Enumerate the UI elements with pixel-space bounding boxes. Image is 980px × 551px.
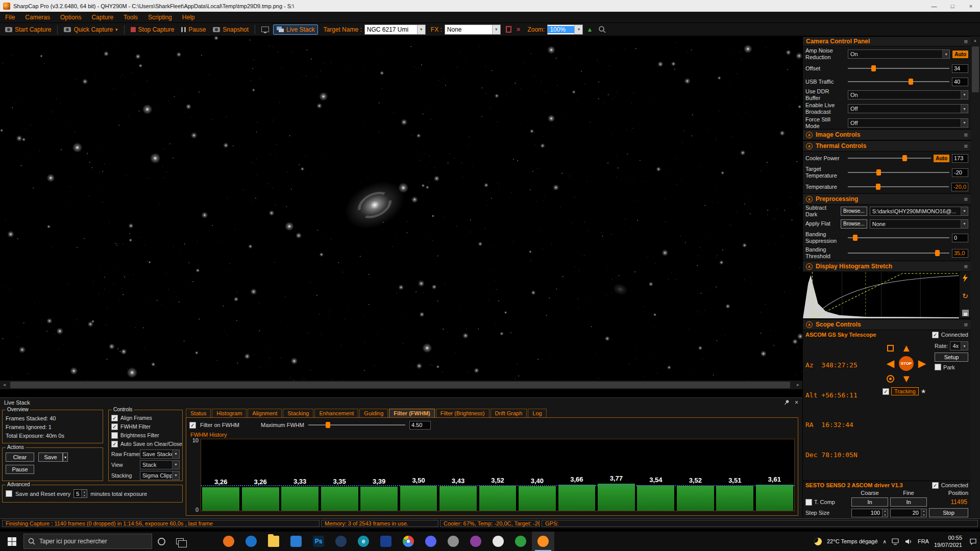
- slew-stop-button[interactable]: STOP: [899, 356, 914, 371]
- maximum-fwhm-slider[interactable]: [308, 421, 405, 429]
- start-button[interactable]: [0, 532, 23, 551]
- menu-help[interactable]: Help: [177, 13, 200, 22]
- tab-alignment[interactable]: Alignment: [248, 409, 282, 417]
- start-capture-button[interactable]: Start Capture: [2, 25, 54, 34]
- notification-icon[interactable]: [969, 538, 977, 545]
- still-mode-select[interactable]: Off ▾: [848, 118, 968, 128]
- collapse-icon[interactable]: ∧: [806, 196, 813, 203]
- hamburger-icon[interactable]: ≡: [964, 195, 968, 203]
- slew-right-button[interactable]: ▶: [918, 358, 926, 368]
- chevron-down-icon[interactable]: ▾: [961, 91, 968, 99]
- usb-traffic-slider[interactable]: [848, 78, 949, 85]
- temp-comp-checkbox[interactable]: [805, 499, 812, 506]
- filter-on-fwhm-checkbox[interactable]: ✓: [189, 422, 196, 429]
- chevron-down-icon[interactable]: ▾: [961, 220, 968, 228]
- collapse-icon[interactable]: ∧: [806, 132, 813, 138]
- clear-button[interactable]: Clear: [6, 453, 34, 462]
- language-indicator[interactable]: FRA: [918, 538, 929, 544]
- taskbar-app-photoshop[interactable]: Ps: [307, 532, 330, 551]
- menu-file[interactable]: File: [0, 13, 20, 22]
- taskbar-app-chrome[interactable]: [397, 532, 420, 551]
- spinner-buttons[interactable]: [882, 509, 888, 517]
- chevron-down-icon[interactable]: ▾: [961, 207, 968, 215]
- tab-histogram[interactable]: Histogram: [212, 409, 247, 417]
- network-icon[interactable]: [892, 538, 900, 545]
- cooler-auto-button[interactable]: Auto: [934, 155, 949, 162]
- autosave-checkbox[interactable]: ✓: [111, 441, 118, 447]
- focus-in-coarse-button[interactable]: In: [851, 497, 888, 507]
- spinner-up-icon[interactable]: [921, 509, 926, 513]
- auto-stretch-icon[interactable]: ▲: [586, 26, 593, 33]
- taskbar-app-thunderbird[interactable]: [240, 532, 262, 551]
- chevron-down-icon[interactable]: ▾: [574, 25, 582, 34]
- amp-noise-auto-button[interactable]: Auto: [952, 51, 968, 58]
- chevron-down-icon[interactable]: ▾: [492, 25, 500, 34]
- chevron-down-icon[interactable]: ▾: [172, 471, 179, 480]
- slider-thumb[interactable]: [853, 235, 857, 241]
- clock[interactable]: 00:55 19/07/2021: [934, 534, 962, 549]
- collapse-icon[interactable]: ∧: [806, 263, 813, 270]
- save-icon[interactable]: [962, 310, 969, 316]
- slider-thumb[interactable]: [876, 184, 880, 190]
- live-stack-button[interactable]: Live Stack: [273, 24, 318, 35]
- taskbar-app-sharpcap[interactable]: [532, 532, 554, 551]
- tab-drift-graph[interactable]: Drift Graph: [491, 409, 527, 417]
- tab-enhancement[interactable]: Enhancement: [314, 409, 358, 417]
- spinner-buttons[interactable]: [921, 509, 926, 517]
- banding-threshold-value[interactable]: 35,0: [952, 249, 968, 258]
- spinner-down-icon[interactable]: [883, 513, 888, 517]
- tab-log[interactable]: Log: [528, 409, 546, 417]
- cooler-power-slider[interactable]: [848, 155, 931, 162]
- chevron-down-icon[interactable]: ▾: [961, 119, 968, 127]
- save-button[interactable]: Save: [38, 453, 63, 462]
- dock-close-button[interactable]: ×: [795, 399, 798, 406]
- taskbar-app-edge[interactable]: e: [352, 532, 375, 551]
- image-controls-header[interactable]: ∧ Image Controls ≡: [803, 129, 971, 140]
- pause-button[interactable]: Pause: [178, 25, 209, 34]
- slew-down-button[interactable]: ▼: [901, 373, 912, 384]
- hamburger-icon[interactable]: ≡: [964, 321, 968, 329]
- frame-icon[interactable]: [887, 345, 894, 352]
- snapshot-button[interactable]: Snapshot: [210, 25, 252, 34]
- taskbar-app-file-explorer[interactable]: [262, 532, 285, 551]
- collapse-icon[interactable]: ∧: [806, 143, 813, 149]
- ddr-buffer-select[interactable]: On ▾: [848, 90, 968, 99]
- weather-status[interactable]: 22°C Temps dégagé: [827, 538, 878, 544]
- chevron-down-icon[interactable]: ▾: [172, 461, 179, 469]
- speaker-icon[interactable]: [905, 538, 913, 545]
- focus-in-fine-button[interactable]: In: [890, 497, 927, 507]
- pause-stack-button[interactable]: Pause: [6, 465, 34, 474]
- tab-filter-brightness[interactable]: Filter (Brightness): [436, 409, 489, 417]
- zoom-select[interactable]: 100% ▾: [547, 24, 583, 35]
- thermal-controls-header[interactable]: ∧ Thermal Controls ≡: [803, 140, 971, 152]
- chevron-down-icon[interactable]: ▾: [961, 105, 968, 113]
- raw-frames-select[interactable]: Save Stacked▾: [140, 449, 180, 459]
- save-dropdown-button[interactable]: ▾: [63, 453, 68, 462]
- brightness-filter-checkbox[interactable]: [111, 432, 118, 439]
- hamburger-icon[interactable]: ≡: [964, 142, 968, 150]
- apply-flat-select[interactable]: None ▾: [870, 219, 968, 229]
- camera-control-panel-header[interactable]: Camera Control Panel ≡: [803, 36, 971, 46]
- pin-icon[interactable]: [783, 399, 790, 406]
- chevron-down-icon[interactable]: ▾: [417, 25, 425, 34]
- park-checkbox[interactable]: [935, 364, 941, 370]
- apply-flat-browse-button[interactable]: Browse...: [841, 219, 867, 229]
- maximum-fwhm-value[interactable]: 4.50: [409, 421, 431, 430]
- slider-thumb[interactable]: [909, 79, 913, 85]
- spinner-down-icon[interactable]: [921, 513, 926, 517]
- taskbar-app-app-purple[interactable]: [464, 532, 487, 551]
- histogram-plot[interactable]: [803, 272, 960, 318]
- temperature-slider[interactable]: [848, 183, 949, 190]
- maximize-button[interactable]: □: [943, 0, 962, 12]
- taskbar-app-app-blue[interactable]: [285, 532, 307, 551]
- menu-options[interactable]: Options: [55, 13, 86, 22]
- horizontal-scrollbar[interactable]: ◄ ►: [0, 381, 802, 389]
- display-icon[interactable]: [261, 27, 269, 32]
- chevron-down-icon[interactable]: ▾: [942, 50, 949, 58]
- reset-stretch-icon[interactable]: ↻: [962, 292, 968, 299]
- stop-capture-button[interactable]: Stop Capture: [128, 25, 178, 34]
- zoom-tool-icon[interactable]: [598, 26, 606, 34]
- slider-thumb[interactable]: [902, 155, 907, 161]
- scroll-right-icon[interactable]: ►: [794, 381, 802, 389]
- slider-thumb[interactable]: [935, 250, 940, 256]
